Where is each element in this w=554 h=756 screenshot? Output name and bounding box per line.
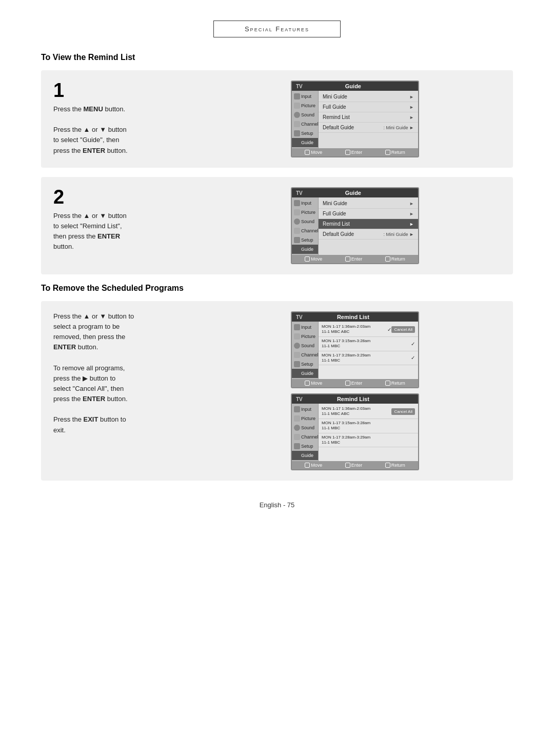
step1-text: Press the MENU button. Press the ▲ or ▼ … <box>53 104 197 156</box>
step2-text: Press the ▲ or ▼ button to select "Remin… <box>53 211 197 252</box>
sidebar-sound-3: Sound <box>292 341 318 350</box>
guide-icon-3 <box>294 370 300 376</box>
page-number: English - 75 <box>260 501 295 509</box>
setup-icon-3 <box>294 361 300 367</box>
setup-icon-2 <box>294 237 300 243</box>
guide-icon-2 <box>294 246 300 252</box>
tv-label-4: TV <box>296 396 303 402</box>
step3-right: TV Remind List Input Picture <box>209 311 501 470</box>
channel-icon-3 <box>294 352 300 358</box>
sidebar-input-1: Input <box>292 92 318 101</box>
header-box: Special Features <box>213 21 341 37</box>
section1-title: To View the Remind List <box>41 53 513 62</box>
section2-title: To Remove the Scheduled Programs <box>41 284 513 293</box>
tv-sidebar-1: Input Picture Sound Channel <box>292 91 319 148</box>
tv-footer-1: Move Enter Return <box>292 148 418 156</box>
move-icon-2 <box>305 256 310 262</box>
setup-icon-4 <box>294 443 300 449</box>
step1-left: 1 Press the MENU button. Press the ▲ or … <box>53 81 197 156</box>
step2-block: 2 Press the ▲ or ▼ button to select "Rem… <box>41 177 513 274</box>
tv-screen-1: TV Guide Input Picture <box>291 81 419 157</box>
input-icon-4 <box>294 406 300 412</box>
tv-label-1: TV <box>296 84 303 89</box>
channel-icon-4 <box>294 434 300 440</box>
tv-remind-title-4: Remind List <box>337 396 369 402</box>
channel-icon-1 <box>294 121 300 127</box>
menu-full-guide-2: Full Guide ► <box>319 209 418 219</box>
tv-footer-3: Move Enter Return <box>292 379 418 387</box>
remind-item-5: MON 1-17 3:15am-3:28am11-1 MBC <box>319 419 418 433</box>
sidebar-channel-4: Channel <box>292 432 318 442</box>
remind-item-2: MON 1-17 3:15am-3:28am11-1 MBC ✓ <box>319 337 418 351</box>
tv-screen-3: TV Remind List Input Picture <box>291 311 419 388</box>
picture-icon-1 <box>294 103 300 109</box>
sidebar-guide-3: Guide <box>292 369 318 378</box>
sidebar-picture-4: Picture <box>292 414 318 423</box>
tv-footer-2: Move Enter Return <box>292 255 418 263</box>
remind-list-area-3: MON 1-17 1:36am-2:03am11-1 MBC ABC ✓ Can… <box>319 322 418 379</box>
step3-text: Press the ▲ or ▼ button to select a prog… <box>53 311 197 435</box>
picture-icon-3 <box>294 333 300 340</box>
tv-sidebar-area-2: Input Picture Sound Channel <box>292 197 418 255</box>
step3-left: Press the ▲ or ▼ button to select a prog… <box>53 311 197 435</box>
tv-menu-area-2: Mini Guide ► Full Guide ► Remind List ► <box>319 197 418 255</box>
sidebar-picture-1: Picture <box>292 101 318 110</box>
menu-mini-guide-1: Mini Guide ► <box>319 92 418 102</box>
input-icon-1 <box>294 93 300 100</box>
tv-sidebar-2: Input Picture Sound Channel <box>292 197 319 255</box>
sound-icon-4 <box>294 425 300 431</box>
tv-guide-label-1: Guide <box>345 83 361 89</box>
tv-titlebar-1: TV Guide <box>292 82 418 91</box>
tv-menu-area-1: Mini Guide ► Full Guide ► Remind List ► <box>319 91 418 148</box>
tv-titlebar-4: TV Remind List <box>292 394 418 404</box>
step3-block: Press the ▲ or ▼ button to select a prog… <box>41 301 513 481</box>
menu-remind-list-2: Remind List ► <box>319 219 418 229</box>
sidebar-input-3: Input <box>292 323 318 332</box>
tv-sidebar-area-3: Input Picture Sound Channel <box>292 322 418 379</box>
return-icon-1 <box>385 150 390 155</box>
remind-item-6: MON 1-17 3:28am-3:29am11-1 MBC <box>319 433 418 448</box>
sidebar-setup-1: Setup <box>292 129 318 138</box>
remind-item-3: MON 1-17 3:28am-3:29am11-1 MBC ✓ <box>319 351 418 366</box>
sidebar-guide-4: Guide <box>292 451 318 460</box>
tv-sidebar-area-1: Input Picture Sound Channel <box>292 91 418 148</box>
sidebar-picture-2: Picture <box>292 208 318 217</box>
tv-guide-label-2: Guide <box>345 190 361 196</box>
enter-icon-1 <box>345 150 350 155</box>
sidebar-input-4: Input <box>292 405 318 414</box>
sidebar-sound-1: Sound <box>292 110 318 120</box>
sidebar-picture-3: Picture <box>292 332 318 341</box>
step2-number: 2 <box>53 187 197 207</box>
tv-sidebar-area-4: Input Picture Sound Channel <box>292 404 418 461</box>
sound-icon-1 <box>294 112 300 118</box>
enter-icon-2 <box>345 256 350 262</box>
sidebar-channel-3: Channel <box>292 350 318 360</box>
tv-screen-4: TV Remind List Input Picture <box>291 393 419 470</box>
enter-icon-3 <box>345 381 350 386</box>
input-icon-3 <box>294 324 300 330</box>
sidebar-sound-2: Sound <box>292 217 318 226</box>
header-title: Special Features <box>245 25 309 33</box>
sidebar-guide-1: Guide <box>292 138 318 147</box>
step1-right: TV Guide Input Picture <box>209 81 501 157</box>
page-container: Special Features To View the Remind List… <box>0 0 554 756</box>
step1-number: 1 <box>53 81 197 100</box>
picture-icon-2 <box>294 209 300 215</box>
remind-list-area-4: MON 1-17 1:36am-2:03am11-1 MBC ABC Cance… <box>319 404 418 461</box>
guide-icon-4 <box>294 452 300 459</box>
cancel-all-btn-2[interactable]: Cancel All <box>391 408 415 415</box>
return-icon-2 <box>385 256 390 262</box>
tv-sidebar-4: Input Picture Sound Channel <box>292 404 319 461</box>
sidebar-setup-4: Setup <box>292 442 318 451</box>
sidebar-guide-2: Guide <box>292 245 318 254</box>
guide-icon-1 <box>294 140 300 146</box>
sidebar-channel-2: Channel <box>292 226 318 235</box>
enter-icon-4 <box>345 463 350 468</box>
tv-titlebar-2: TV Guide <box>292 188 418 197</box>
move-icon-3 <box>305 381 310 386</box>
step1-block: 1 Press the MENU button. Press the ▲ or … <box>41 70 513 168</box>
sidebar-sound-4: Sound <box>292 423 318 432</box>
cancel-all-btn-1[interactable]: Cancel All <box>391 326 415 333</box>
menu-default-guide-1: Default Guide : Mini Guide ► <box>319 123 418 133</box>
page-footer: English - 75 <box>41 501 513 509</box>
